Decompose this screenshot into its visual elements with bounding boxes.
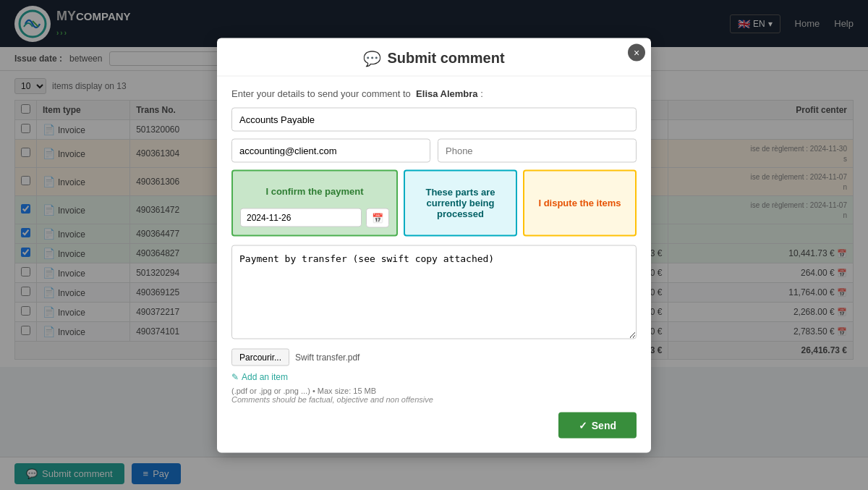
confirm-payment-section: I confirm the payment 📅	[231, 169, 398, 236]
add-item-row: ✎ Add an item	[231, 371, 637, 381]
close-icon: ×	[634, 46, 639, 58]
file-name-label: Swift transfer.pdf	[295, 352, 359, 362]
subtitle-prefix: Enter your details to send your comment …	[231, 88, 411, 98]
pencil-icon: ✎	[231, 371, 239, 381]
browse-button[interactable]: Parcourir...	[231, 348, 289, 366]
name-input[interactable]	[231, 107, 637, 131]
calendar-icon: 📅	[372, 212, 383, 223]
add-item-label: Add an item	[242, 371, 288, 381]
comment-icon: 💬	[363, 49, 381, 67]
payment-date-input[interactable]	[240, 208, 362, 227]
modal-title-text: Submit comment	[387, 50, 504, 67]
send-label: Send	[592, 419, 616, 431]
modal-body: Enter your details to send your comment …	[217, 76, 651, 452]
phone-input[interactable]	[438, 138, 637, 162]
disclaimer: Comments should be factual, objective an…	[231, 394, 637, 403]
modal-footer: ✓ Send	[231, 412, 637, 441]
date-row: 📅	[240, 208, 389, 227]
being-processed-button[interactable]: These parts are currently being processe…	[404, 169, 517, 236]
checkmark-icon: ✓	[579, 419, 587, 431]
comment-textarea[interactable]: Payment by transfer (see swift copy atta…	[231, 245, 637, 339]
modal-close-button[interactable]: ×	[628, 43, 645, 61]
subtitle-suffix: :	[480, 88, 483, 98]
calendar-button[interactable]: 📅	[366, 208, 389, 227]
email-input[interactable]	[231, 138, 430, 162]
file-upload-row: Parcourir... Swift transfer.pdf	[231, 348, 637, 366]
submit-comment-modal: 💬 Submit comment × Enter your details to…	[217, 38, 651, 452]
dispute-items-button[interactable]: I dispute the items	[523, 169, 637, 236]
contact-row	[231, 138, 637, 162]
modal-header: 💬 Submit comment ×	[217, 38, 651, 76]
modal-title: 💬 Submit comment	[231, 49, 637, 67]
file-info: (.pdf or .jpg or .png ...) • Max size: 1…	[231, 386, 637, 394]
modal-subtitle: Enter your details to send your comment …	[231, 88, 637, 98]
confirm-payment-button[interactable]: I confirm the payment	[240, 178, 389, 203]
recipient-name: Elisa Alembra	[416, 88, 478, 98]
add-item-link[interactable]: ✎ Add an item	[231, 371, 637, 381]
action-buttons: I confirm the payment 📅 These parts are …	[231, 169, 637, 236]
send-button[interactable]: ✓ Send	[558, 412, 637, 438]
file-types-label: (.pdf or .jpg or .png ...) • Max size: 1…	[231, 386, 376, 394]
